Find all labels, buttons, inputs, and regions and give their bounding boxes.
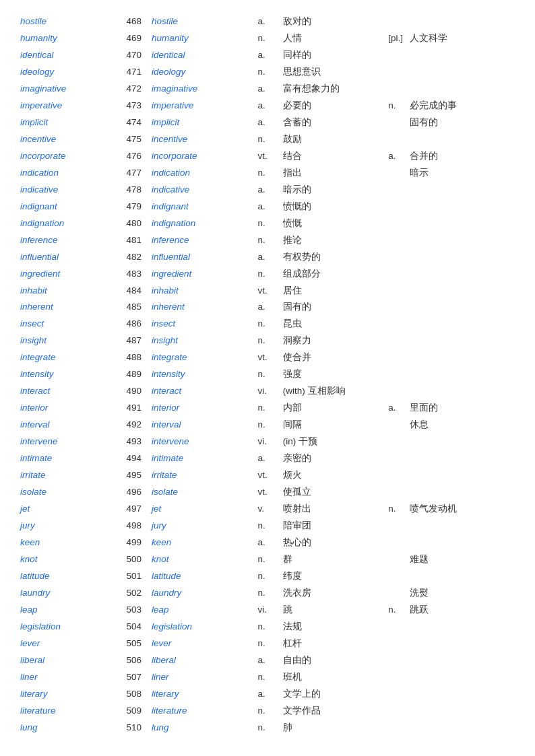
pos-col: n. — [257, 720, 282, 736]
word-col2: imaginative — [152, 81, 257, 98]
def1-col: 亲密的 — [283, 450, 388, 467]
word-col2: incorporate — [152, 148, 257, 165]
def1-col: 愤慨 — [283, 215, 388, 232]
def2-col: 跳跃 — [410, 602, 515, 619]
pos-col: a. — [257, 81, 282, 98]
pos-col: a. — [257, 182, 282, 199]
pos-col: vt. — [257, 148, 282, 165]
pos-col: vt. — [257, 484, 282, 501]
num-col: 506 — [126, 652, 152, 669]
def1-col: 敌对的 — [283, 13, 388, 30]
num-col: 481 — [126, 232, 152, 249]
word-col2: legislation — [152, 619, 257, 635]
num-col: 491 — [126, 400, 152, 417]
word-col2: incentive — [152, 131, 257, 148]
table-row: interact 490 interact vi. (with) 互相影响 — [20, 383, 515, 400]
table-row: isolate 496 isolate vt. 使孤立 — [20, 484, 515, 501]
pos-col: n. — [257, 30, 282, 47]
pos-col: a. — [257, 199, 282, 215]
def1-col: 内部 — [283, 400, 388, 417]
pos2-col — [388, 417, 410, 434]
pos2-col — [388, 283, 410, 300]
word-col1: lung — [20, 720, 126, 736]
table-row: irritate 495 irritate vt. 烦火 — [20, 467, 515, 484]
pos2-col — [388, 182, 410, 199]
pos-col: n. — [257, 266, 282, 283]
def1-col: 思想意识 — [283, 64, 388, 81]
def2-col: 暗示 — [410, 165, 515, 182]
num-col: 470 — [126, 47, 152, 64]
word-col1: inhabit — [20, 283, 126, 300]
pos2-col — [388, 299, 410, 316]
def1-col: 必要的 — [283, 98, 388, 114]
pos2-col — [388, 266, 410, 283]
pos-col: n. — [257, 669, 282, 686]
table-row: interior 491 interior n. 内部 a. 里面的 — [20, 400, 515, 417]
word-col2: irritate — [152, 467, 257, 484]
pos2-col — [388, 551, 410, 568]
def1-col: 含蓄的 — [283, 114, 388, 131]
word-col1: hostile — [20, 13, 126, 30]
table-row: humanity 469 humanity n. 人情 [pl.] 人文科学 — [20, 30, 515, 47]
word-col1: keen — [20, 535, 126, 551]
table-row: jet 497 jet v. 喷射出 n. 喷气发动机 — [20, 501, 515, 518]
word-col2: inference — [152, 232, 257, 249]
pos-col: a. — [257, 652, 282, 669]
word-col2: intimate — [152, 450, 257, 467]
word-col2: jury — [152, 518, 257, 535]
def2-col: 休息 — [410, 417, 515, 434]
table-row: indicative 478 indicative a. 暗示的 — [20, 182, 515, 199]
def2-col — [410, 47, 515, 64]
word-col2: literary — [152, 686, 257, 703]
num-col: 482 — [126, 249, 152, 266]
word-col2: insect — [152, 316, 257, 333]
num-col: 480 — [126, 215, 152, 232]
pos-col: n. — [257, 64, 282, 81]
table-row: intimate 494 intimate a. 亲密的 — [20, 450, 515, 467]
word-col1: integrate — [20, 349, 126, 366]
pos2-col — [388, 131, 410, 148]
def2-col — [410, 383, 515, 400]
table-row: incentive 475 incentive n. 鼓励 — [20, 131, 515, 148]
num-col: 493 — [126, 434, 152, 450]
def1-col: 文学上的 — [283, 686, 388, 703]
table-row: interval 492 interval n. 间隔 休息 — [20, 417, 515, 434]
word-col1: literature — [20, 703, 126, 720]
def1-col: 肺 — [283, 720, 388, 736]
table-row: ingredient 483 ingredient n. 组成部分 — [20, 266, 515, 283]
def1-col: 自由的 — [283, 652, 388, 669]
word-col1: indicative — [20, 182, 126, 199]
num-col: 489 — [126, 366, 152, 383]
vocabulary-table: hostile 468 hostile a. 敌对的 humanity 469 … — [20, 13, 515, 736]
def2-col — [410, 249, 515, 266]
num-col: 487 — [126, 333, 152, 349]
def2-col — [410, 81, 515, 98]
pos2-col: a. — [388, 148, 410, 165]
word-col2: knot — [152, 551, 257, 568]
word-col2: insight — [152, 333, 257, 349]
table-row: influential 482 influential a. 有权势的 — [20, 249, 515, 266]
def1-col: 固有的 — [283, 299, 388, 316]
pos2-col: [pl.] — [388, 30, 410, 47]
def1-col: 使合并 — [283, 349, 388, 366]
def2-col — [410, 13, 515, 30]
pos-col: n. — [257, 518, 282, 535]
pos-col: n. — [257, 316, 282, 333]
word-col2: indicative — [152, 182, 257, 199]
word-col1: jury — [20, 518, 126, 535]
word-col2: isolate — [152, 484, 257, 501]
pos2-col — [388, 114, 410, 131]
def2-col: 里面的 — [410, 400, 515, 417]
word-col1: imaginative — [20, 81, 126, 98]
def1-col: 跳 — [283, 602, 388, 619]
word-col2: latitude — [152, 568, 257, 585]
pos-col: vi. — [257, 383, 282, 400]
table-row: incorporate 476 incorporate vt. 结合 a. 合并… — [20, 148, 515, 165]
word-col2: indignant — [152, 199, 257, 215]
num-col: 488 — [126, 349, 152, 366]
table-row: lung 510 lung n. 肺 — [20, 720, 515, 736]
pos2-col — [388, 568, 410, 585]
pos-col: n. — [257, 585, 282, 602]
pos-col: vt. — [257, 283, 282, 300]
num-col: 477 — [126, 165, 152, 182]
